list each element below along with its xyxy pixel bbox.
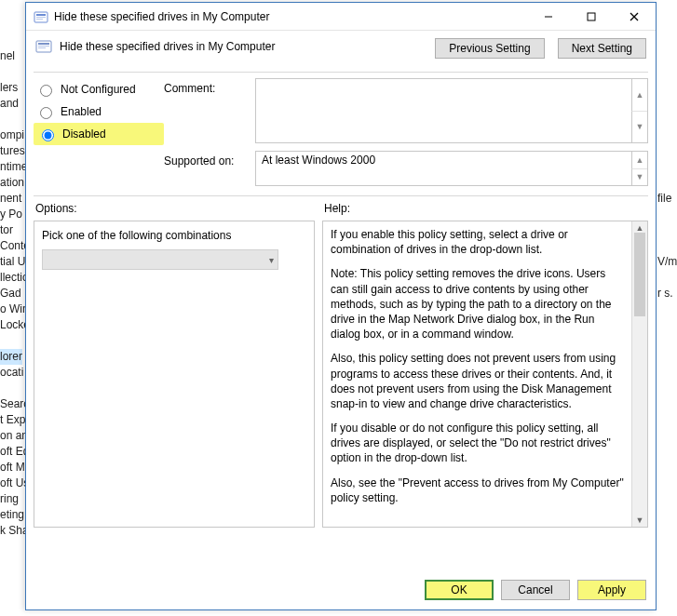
options-label: Options: bbox=[34, 198, 315, 221]
window-title: Hide these specified drives in My Comput… bbox=[54, 10, 527, 23]
scroll-down-icon[interactable]: ▼ bbox=[632, 514, 647, 527]
maximize-button[interactable] bbox=[570, 3, 613, 31]
supported-value: At least Windows 2000 bbox=[256, 152, 631, 185]
titlebar[interactable]: Hide these specified drives in My Comput… bbox=[26, 3, 656, 31]
comment-field-wrap: ▲ ▼ bbox=[255, 78, 648, 143]
comment-spinner: ▲ ▼ bbox=[631, 79, 647, 142]
bg-text: ntime bbox=[0, 159, 27, 175]
bg-text: oft M bbox=[0, 460, 25, 475]
close-button[interactable] bbox=[613, 3, 656, 31]
bg-text: Gad bbox=[0, 286, 21, 301]
bg-text: tial U bbox=[0, 254, 25, 270]
bg-text: tures bbox=[0, 143, 25, 159]
help-paragraph: Also, this policy setting does not preve… bbox=[331, 351, 624, 411]
cancel-button[interactable]: Cancel bbox=[501, 580, 570, 600]
options-dropdown[interactable]: ▾ bbox=[42, 249, 278, 270]
scrollbar[interactable]: ▲ ▼ bbox=[631, 221, 647, 527]
radio-label: Not Configured bbox=[61, 83, 136, 96]
bg-text: file bbox=[657, 191, 671, 207]
comment-field[interactable] bbox=[256, 79, 631, 142]
bg-text: eting bbox=[0, 507, 24, 523]
svg-rect-10 bbox=[38, 46, 49, 47]
chevron-down-icon[interactable]: ▼ bbox=[631, 112, 647, 143]
policy-subtitle: Hide these specified drives in My Comput… bbox=[60, 38, 275, 53]
bg-text: ompi bbox=[0, 127, 24, 143]
bg-text: t Expl bbox=[0, 412, 28, 428]
bg-text: ocati bbox=[0, 365, 23, 381]
radio-not-configured-input[interactable] bbox=[40, 85, 52, 97]
svg-rect-11 bbox=[38, 47, 46, 48]
options-pane: Pick one of the following combinations ▾ bbox=[34, 221, 315, 528]
help-body: If you enable this policy setting, selec… bbox=[323, 221, 631, 527]
help-paragraph: Also, see the "Prevent access to drives … bbox=[331, 475, 624, 505]
svg-rect-3 bbox=[36, 19, 43, 20]
radio-enabled[interactable]: Enabled bbox=[34, 100, 164, 123]
svg-rect-2 bbox=[36, 17, 46, 18]
supported-spinner: ▲ ▼ bbox=[631, 152, 647, 185]
bg-text: ring bbox=[0, 491, 19, 507]
bg-text: r s. bbox=[657, 286, 673, 301]
dialog-window: Hide these specified drives in My Comput… bbox=[25, 2, 657, 610]
bg-text: nent bbox=[0, 191, 21, 207]
supported-label: Supported on: bbox=[164, 147, 255, 167]
chevron-down-icon: ▾ bbox=[269, 255, 274, 265]
help-paragraph: If you disable or do not configure this … bbox=[331, 421, 624, 466]
bg-text: V/m bbox=[657, 254, 677, 270]
bg-text: nel bbox=[0, 48, 15, 64]
svg-rect-5 bbox=[588, 13, 595, 20]
radio-enabled-input[interactable] bbox=[40, 107, 52, 119]
svg-rect-9 bbox=[38, 43, 49, 45]
options-text: Pick one of the following combinations bbox=[34, 221, 314, 249]
bg-text: lorer bbox=[0, 349, 22, 365]
ok-button[interactable]: OK bbox=[425, 580, 494, 600]
radio-label: Enabled bbox=[61, 105, 102, 118]
bg-text: lers bbox=[0, 80, 18, 96]
svg-rect-1 bbox=[36, 14, 46, 16]
previous-setting-button[interactable]: Previous Setting bbox=[435, 38, 544, 59]
radio-not-configured[interactable]: Not Configured bbox=[34, 78, 164, 100]
chevron-down-icon[interactable]: ▼ bbox=[631, 169, 647, 186]
help-paragraph: Note: This policy setting removes the dr… bbox=[331, 266, 624, 341]
radio-disabled-input[interactable] bbox=[42, 129, 54, 141]
chevron-up-icon[interactable]: ▲ bbox=[631, 79, 647, 112]
radio-disabled[interactable]: Disabled bbox=[34, 123, 164, 145]
bg-text: y Po bbox=[0, 207, 22, 222]
help-paragraph: If you enable this policy setting, selec… bbox=[331, 227, 624, 257]
minimize-button[interactable] bbox=[527, 3, 570, 31]
radio-label: Disabled bbox=[62, 127, 106, 141]
scroll-thumb[interactable] bbox=[634, 233, 645, 316]
chevron-up-icon[interactable]: ▲ bbox=[631, 152, 647, 169]
policy-icon bbox=[35, 38, 52, 55]
next-setting-button[interactable]: Next Setting bbox=[558, 38, 646, 59]
help-label: Help: bbox=[322, 198, 648, 221]
help-pane: If you enable this policy setting, selec… bbox=[322, 221, 648, 528]
supported-field-wrap: At least Windows 2000 ▲ ▼ bbox=[255, 151, 648, 186]
policy-icon bbox=[34, 9, 48, 24]
bg-text: and bbox=[0, 96, 19, 112]
bg-text: tor bbox=[0, 222, 13, 238]
apply-button[interactable]: Apply bbox=[577, 580, 646, 600]
comment-label: Comment: bbox=[164, 74, 255, 95]
